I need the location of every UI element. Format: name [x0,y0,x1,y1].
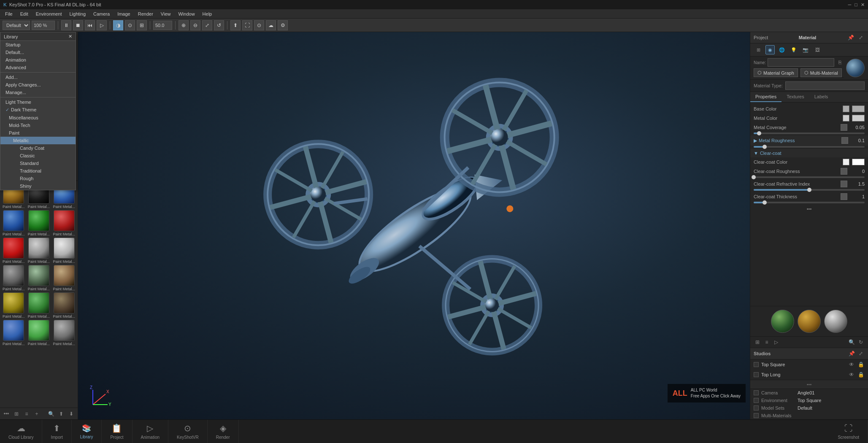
preview-ball-chrome[interactable] [824,310,847,333]
menu-candy-coat[interactable]: Candy Coat [0,144,76,152]
preview-ball-forest[interactable] [771,310,794,333]
nav-project[interactable]: 📋 Project [102,420,132,443]
labels-tab[interactable]: Labels [809,92,833,102]
list-item[interactable]: Paint Metal... [27,320,51,346]
upload-btn[interactable]: ⬆ [57,410,65,418]
list-item[interactable]: Paint Metal... [27,238,51,264]
list-item[interactable]: Paint Metal... [2,210,26,236]
menu-window[interactable]: Window [175,11,198,17]
menu-paint[interactable]: Paint [0,129,76,137]
camera-options[interactable]: ↺ [214,20,224,30]
list-item[interactable]: Paint Metal... [2,238,26,264]
menu-file[interactable]: File [2,11,16,17]
base-color-box[interactable] [852,105,865,112]
clearcoat-section[interactable]: ▼ Clear-coat [750,149,868,157]
maximize-button[interactable]: □ [854,2,857,8]
list-item[interactable]: Paint Metal... [27,292,51,319]
scene-tab-btn[interactable]: ⊞ [754,45,763,54]
list-item[interactable]: Paint Metal... [52,210,76,236]
clearcoat-roughness-value-box[interactable] [841,168,847,175]
studio-lock-2[interactable]: 🔒 [857,371,865,378]
menu-rough[interactable]: Rough [0,175,76,182]
metal-roughness-section[interactable]: ▶ Metal Roughness 0.1 [750,135,868,146]
list-item[interactable]: Paint Metal... [52,320,76,346]
material-tab-btn[interactable]: ◉ [765,45,775,54]
prev-next-btn[interactable]: ▷ [772,338,780,346]
menu-apply-changes[interactable]: Apply Changes... [0,81,76,89]
studio-item-top-square[interactable]: Top Square 👁 🔒 [750,359,868,370]
camera-tab-btn[interactable]: 📷 [801,45,810,54]
camera-checkbox[interactable] [754,390,759,395]
menu-default[interactable]: Default... [0,49,76,56]
textures-tab[interactable]: Textures [781,92,809,102]
menu-edit[interactable]: Edit [17,11,32,17]
material-graph-btn[interactable]: ⬡ Material Graph [754,68,798,77]
multi-materials-checkbox[interactable] [754,413,759,418]
cloud-button[interactable]: ☁ [266,20,276,30]
menu-startup[interactable]: Startup [0,41,76,49]
nav-import[interactable]: ⬆ Import [42,420,71,443]
menu-miscellaneous[interactable]: Miscellaneous [0,114,76,122]
list-item[interactable]: Paint Metal... [2,265,26,291]
menu-light-theme[interactable]: Light Theme [0,98,76,106]
metal-roughness-slider-row[interactable] [750,146,868,149]
menu-view[interactable]: View [157,11,174,17]
nav-keyshot-vr[interactable]: ⊙ KeyShotVR [168,420,208,443]
list-item[interactable]: Paint Metal... [2,320,26,346]
model-sets-checkbox[interactable] [754,405,759,411]
viewport[interactable]: X Y Z ALL ALL PC World Free Apps One Cli… [78,32,750,419]
menu-lighting[interactable]: Lighting [66,11,89,17]
settings-button[interactable]: ⚙ [278,20,288,30]
render-mode-active[interactable]: ◑ [113,20,123,30]
menu-standard[interactable]: Standard [0,159,76,167]
menu-add[interactable]: Add... [0,73,76,81]
studio-checkbox-2[interactable] [754,372,759,377]
nav-cloud-library[interactable]: ☁ Cloud Library [0,420,42,443]
prev-grid-btn[interactable]: ⊞ [754,338,761,346]
grid-view-btn[interactable]: ⊞ [13,410,20,418]
menu-shiny[interactable]: Shiny [0,182,76,190]
metal-roughness-slider[interactable] [754,146,865,148]
search-btn[interactable]: 🔍 [47,410,55,418]
base-color-value-box[interactable] [843,105,849,112]
material-name-input[interactable]: Paint Metallic Black #3 [768,58,834,67]
light-tab-btn[interactable]: 💡 [789,45,798,54]
clearcoat-ri-slider-row[interactable] [750,189,868,192]
download-btn[interactable]: ⬇ [68,410,75,418]
menu-render[interactable]: Render [135,11,157,17]
material-type-input[interactable]: Metallic Paint [785,81,865,90]
nav-library[interactable]: 📚 Library [72,420,102,443]
menu-image[interactable]: Image [114,11,134,17]
list-item[interactable]: Paint Metal... [52,292,76,319]
clearcoat-color-box[interactable] [852,159,865,165]
material-preview-ball[interactable] [846,59,865,77]
menu-dark-theme[interactable]: ✓Dark Theme [0,106,76,114]
nav-animation[interactable]: ▷ Animation [132,420,168,443]
menu-traditional[interactable]: Traditional [0,167,76,175]
studios-pin-btn[interactable]: 📌 [848,350,855,357]
studio-lock-1[interactable]: 🔒 [857,361,865,368]
stop-button[interactable]: ⏹ [73,20,83,30]
metal-coverage-slider[interactable] [754,132,865,134]
menu-manage[interactable]: Manage... [0,89,76,96]
list-item[interactable]: Paint Metal... [52,238,76,264]
environment-checkbox[interactable] [754,398,759,403]
clearcoat-ri-slider[interactable] [754,189,865,191]
clearcoat-roughness-slider-row[interactable] [750,176,868,179]
add-btn[interactable]: + [33,410,41,418]
nav-screenshot[interactable]: ⛶ Screenshot [829,420,868,443]
metal-coverage-slider-row[interactable] [750,132,868,135]
clearcoat-roughness-slider[interactable] [754,176,865,178]
menu-camera[interactable]: Camera [90,11,113,17]
name-copy-btn[interactable]: ⎘ [836,59,844,66]
studios-expand-btn[interactable]: ⤢ [857,350,865,357]
clearcoat-thickness-value-box[interactable] [841,193,847,200]
prev-list-btn[interactable]: ≡ [763,338,771,346]
screenshot-button[interactable]: ⛶ [242,20,252,30]
clearcoat-color-value-box[interactable] [843,159,849,165]
clearcoat-ri-value-box[interactable] [841,181,847,187]
nav-render[interactable]: ◈ Render [208,420,239,443]
multi-material-btn[interactable]: ⬡ Multi-Material [800,68,842,77]
model-sets-button[interactable]: ⊞ [137,20,147,30]
close-button[interactable]: ✕ [861,2,865,8]
